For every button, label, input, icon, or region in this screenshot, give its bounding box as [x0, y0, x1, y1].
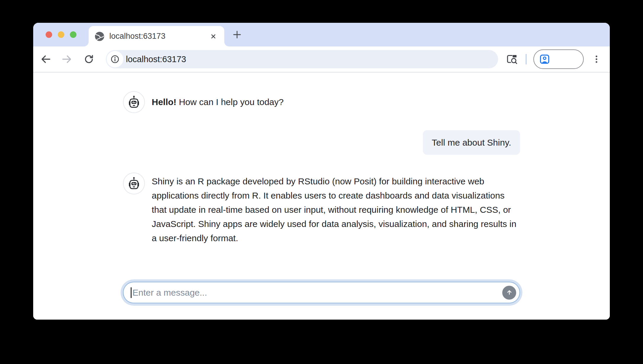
robot-icon [127, 95, 141, 109]
bot-avatar [123, 91, 145, 113]
address-bar[interactable]: localhost:63173 [106, 50, 498, 68]
back-arrow-icon [39, 53, 52, 66]
arrow-up-icon [505, 288, 514, 297]
toolbar-separator [526, 54, 527, 65]
chat-input-row [123, 282, 520, 303]
window-controls [46, 23, 76, 46]
desktop-background: localhost:63173 [0, 0, 643, 364]
browser-window: localhost:63173 [33, 23, 610, 320]
tab-strip: localhost:63173 [33, 23, 610, 46]
close-window-button[interactable] [46, 31, 52, 38]
robot-icon [127, 176, 141, 191]
plus-icon [232, 29, 242, 40]
globe-favicon-icon [95, 31, 105, 41]
chat-container: Hello! How can I help you today? Tell me… [123, 73, 520, 303]
tab-title: localhost:63173 [109, 32, 208, 41]
message-text: Shiny is an R package developed by RStud… [152, 174, 520, 245]
message-text: Hello! How can I help you today? [152, 97, 284, 107]
message-body: How can I help you today? [176, 97, 284, 107]
reload-button[interactable] [82, 52, 96, 66]
tab-search-icon [505, 52, 519, 66]
menu-button[interactable] [590, 52, 603, 66]
profile-icon [539, 53, 551, 65]
message-input[interactable] [123, 282, 520, 303]
assistant-message: Hello! How can I help you today? [123, 91, 520, 113]
tab-close-button[interactable] [208, 31, 218, 41]
forward-arrow-icon [60, 53, 73, 66]
site-info-button[interactable] [107, 51, 123, 67]
new-tab-button[interactable] [230, 28, 244, 41]
close-icon [209, 33, 217, 40]
browser-toolbar: localhost:63173 [33, 46, 610, 72]
info-icon [109, 53, 121, 65]
back-button[interactable] [39, 52, 53, 66]
reload-icon [82, 53, 95, 66]
forward-button[interactable] [60, 52, 73, 66]
minimize-window-button[interactable] [58, 31, 64, 38]
text-caret [131, 287, 132, 298]
chat-page: Hello! How can I help you today? Tell me… [33, 72, 610, 320]
tab-search-button[interactable] [505, 52, 519, 66]
browser-tab[interactable]: localhost:63173 [89, 26, 224, 46]
user-message: Tell me about Shiny. [123, 130, 520, 155]
kebab-icon [590, 53, 603, 66]
assistant-message: Shiny is an R package developed by RStud… [123, 173, 520, 245]
send-button[interactable] [502, 286, 516, 299]
profile-button[interactable] [533, 49, 584, 69]
message-lead: Hello! [152, 97, 176, 107]
zoom-window-button[interactable] [70, 31, 76, 38]
user-bubble: Tell me about Shiny. [423, 130, 520, 155]
url-text: localhost:63173 [126, 54, 186, 64]
bot-avatar [123, 173, 145, 194]
